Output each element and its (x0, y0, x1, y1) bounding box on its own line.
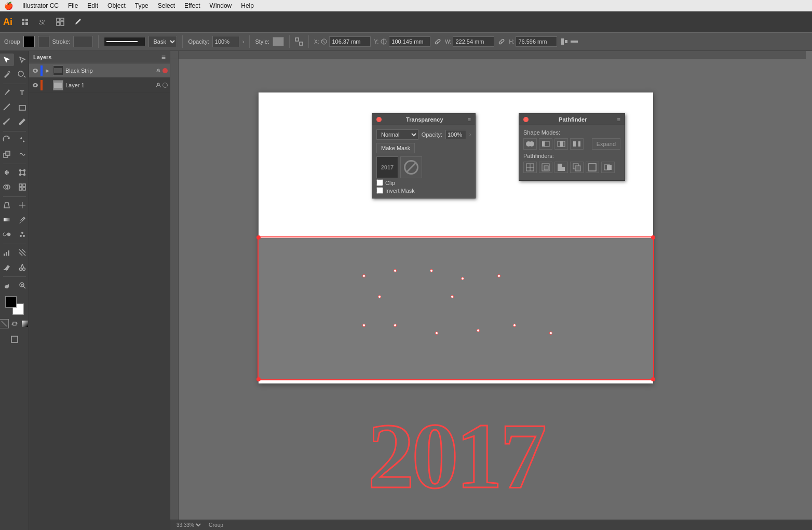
exclude-btn[interactable] (570, 138, 584, 150)
stroke-swatch[interactable] (38, 36, 49, 47)
reflect-tool[interactable] (15, 134, 30, 146)
constrain-icon[interactable] (497, 37, 506, 46)
gradient-swatch-icon[interactable] (20, 319, 30, 328)
perspective-tool[interactable] (0, 199, 14, 211)
basic-dropdown[interactable]: Basic (148, 36, 177, 47)
transparency-menu-btn[interactable]: ≡ (468, 116, 471, 123)
h-input[interactable] (516, 36, 557, 47)
rotate-tool[interactable] (0, 134, 14, 146)
menu-type[interactable]: Type (135, 2, 148, 9)
layer-row-layer1[interactable]: ▶ Layer 1 (29, 78, 170, 92)
rect-tool[interactable] (15, 101, 30, 113)
pencil-tool[interactable] (15, 115, 30, 128)
layer-name-black-strip[interactable]: Black Strip (65, 68, 155, 74)
eraser-tool[interactable] (0, 261, 14, 273)
stock-btn[interactable]: St (35, 15, 50, 29)
hand-tool[interactable] (0, 279, 14, 292)
pathfinder-menu-btn[interactable]: ≡ (617, 116, 620, 123)
shapebuilder-tool[interactable] (0, 181, 14, 193)
divide-btn[interactable] (523, 162, 537, 173)
merge-btn[interactable] (554, 162, 568, 173)
none-icon[interactable] (0, 319, 9, 328)
zoom-select[interactable]: 33.33% 50% 100% (174, 522, 202, 528)
opacity-arrow[interactable]: › (242, 38, 245, 45)
x-input[interactable] (329, 36, 371, 47)
make-mask-button[interactable]: Make Mask (376, 143, 415, 153)
style-swatch[interactable] (273, 37, 284, 46)
pen-tool[interactable] (0, 86, 14, 99)
direct-select-tool[interactable] (15, 54, 30, 66)
gradient-tool[interactable] (0, 214, 14, 226)
transparency-close-btn[interactable] (376, 117, 382, 122)
outline-btn[interactable] (586, 162, 599, 173)
layer-eye-layer1[interactable] (31, 81, 39, 89)
minus-front-btn[interactable] (539, 138, 552, 150)
stroke-preview[interactable] (104, 37, 145, 46)
layer-thumbnail[interactable]: 2017 (376, 156, 398, 178)
zoom-tool[interactable] (15, 279, 30, 292)
select-tool[interactable] (0, 54, 14, 66)
invert-mask-checkbox[interactable] (376, 187, 383, 194)
minus-back-btn[interactable] (601, 162, 615, 173)
svg-point-28 (23, 170, 25, 171)
menu-window[interactable]: Window (210, 2, 232, 9)
menu-file[interactable]: File (68, 2, 78, 9)
livepaint-tool[interactable] (15, 181, 30, 193)
scissors-tool[interactable] (15, 261, 30, 273)
fill-swatch[interactable] (23, 36, 35, 47)
color-swatches[interactable] (5, 296, 24, 315)
pathfinder-title-bar[interactable]: Pathfinder ≡ (519, 114, 625, 125)
menu-select[interactable]: Select (158, 2, 175, 9)
warp-tool[interactable] (15, 148, 30, 161)
clip-checkbox[interactable] (376, 179, 383, 186)
layer-expand-black-strip[interactable]: ▶ (44, 67, 51, 74)
foreground-swatch[interactable] (5, 296, 17, 308)
bridge-btn[interactable] (18, 15, 32, 29)
paintbrush-tool[interactable] (0, 115, 14, 128)
unite-btn[interactable] (523, 138, 537, 150)
menu-illustrator[interactable]: Illustrator CC (22, 2, 59, 9)
line-tool[interactable] (0, 101, 14, 113)
opacity-input[interactable] (212, 36, 239, 47)
crop-btn[interactable] (570, 162, 584, 173)
opacity-arrow[interactable]: › (469, 132, 471, 137)
symbol-tool[interactable] (15, 228, 30, 241)
free-transform[interactable] (15, 166, 30, 179)
menu-edit[interactable]: Edit (87, 2, 98, 9)
menu-effect[interactable]: Effect (184, 2, 200, 9)
y-input[interactable] (389, 36, 430, 47)
stroke-width-input[interactable] (73, 36, 93, 47)
intersect-btn[interactable] (554, 138, 568, 150)
canvas-area[interactable]: 2017 (170, 51, 812, 530)
eyedrop-tool[interactable] (15, 214, 30, 226)
layer-name-layer1[interactable]: Layer 1 (65, 82, 155, 88)
workspace-btn[interactable] (53, 15, 67, 29)
mesh-tool[interactable] (15, 199, 30, 211)
slice-tool[interactable] (15, 246, 30, 259)
mask-thumbnail[interactable] (400, 156, 422, 178)
layer-eye-black-strip[interactable] (31, 67, 39, 75)
blend-tool[interactable] (0, 228, 14, 241)
link-icon[interactable] (434, 37, 442, 46)
layers-menu-btn[interactable]: ≡ (161, 53, 166, 61)
apple-menu[interactable]: 🍎 (4, 2, 13, 10)
col-chart-tool[interactable] (0, 246, 14, 259)
type-tool[interactable]: T (15, 86, 30, 99)
menu-object[interactable]: Object (107, 2, 126, 9)
blend-mode-dropdown[interactable]: Normal (376, 129, 418, 140)
scale-tool[interactable] (0, 148, 14, 161)
transparency-title-bar[interactable]: Transparency ≡ (372, 114, 475, 125)
expand-button[interactable]: Expand (592, 138, 620, 150)
pen-tool-top[interactable] (71, 15, 85, 29)
magic-wand-tool[interactable] (0, 68, 14, 81)
layer-row-black-strip[interactable]: ▶ Black Strip (29, 63, 170, 78)
artboard-tool[interactable] (7, 333, 22, 346)
opacity-value-input[interactable] (445, 130, 466, 139)
pathfinder-close-btn[interactable] (523, 117, 529, 122)
width-tool[interactable] (0, 166, 14, 179)
lasso-tool[interactable] (15, 68, 30, 81)
menu-help[interactable]: Help (241, 2, 254, 9)
swap-colors-icon[interactable] (10, 319, 19, 328)
trim-btn[interactable] (539, 162, 552, 173)
w-input[interactable] (453, 36, 494, 47)
